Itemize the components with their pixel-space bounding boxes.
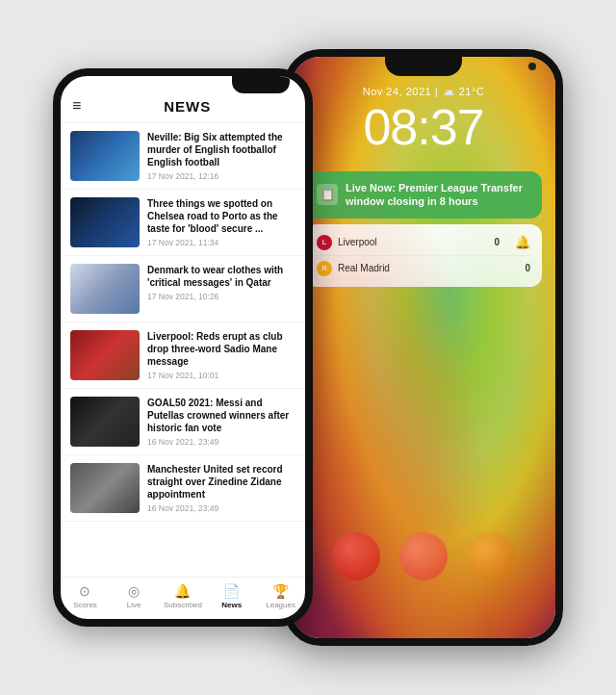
article-headline: Liverpool: Reds erupt as club drop three… [147,330,295,368]
article-date: 17 Nov 2021, 10:01 [147,371,295,380]
team2-score: 0 [525,263,530,273]
team2-row: R Real Madrid 0 [317,258,530,279]
article-headline: Three things we spotted on Chelsea road … [147,197,295,235]
article-content: Denmark to wear clothes with 'critical m… [147,264,295,301]
article-thumbnail [70,397,140,447]
article-item[interactable]: Liverpool: Reds erupt as club drop three… [61,322,305,389]
article-date: 17 Nov 2021, 10:26 [147,292,295,301]
notch-left [232,76,290,93]
article-content: GOAL50 2021: Messi and Putellas crowned … [147,397,295,447]
article-content: Three things we spotted on Chelsea road … [147,197,295,247]
article-date: 16 Nov 2021, 23:49 [147,503,295,513]
bell-icon[interactable]: 🔔 [515,235,530,249]
live-notification-text: Live Now: Premier League Transfer window… [346,181,530,209]
leagues-nav-label: Leagues [266,601,295,609]
liverpool-badge: L [317,235,332,250]
subscribed-nav-icon: 🔔 [174,583,191,599]
scores-nav-label: Scores [73,601,97,609]
article-thumbnail [70,264,140,314]
article-list: Neville: Big Six attempted the murder of… [61,123,305,577]
notch-right [385,57,462,76]
article-headline: GOAL50 2021: Messi and Putellas crowned … [147,397,295,434]
article-content: Neville: Big Six attempted the murder of… [147,131,295,181]
notification-area: 📋 Live Now: Premier League Transfer wind… [292,162,555,287]
article-thumbnail [70,197,140,247]
article-date: 17 Nov 2021, 12:16 [147,171,295,181]
article-item[interactable]: Three things we spotted on Chelsea road … [61,190,305,256]
team1-row: L Liverpool 0 🔔 [317,232,530,253]
live-notification[interactable]: 📋 Live Now: Premier League Transfer wind… [305,171,542,219]
team1-score: 0 [494,237,500,247]
article-date: 16 Nov 2021, 23:49 [147,437,295,447]
camera-icon [528,63,536,70]
hamburger-icon[interactable]: ≡ [72,97,81,115]
team1: L Liverpool [317,235,377,250]
article-headline: Manchester United set record straight ov… [147,463,295,501]
article-content: Liverpool: Reds erupt as club drop three… [147,330,295,380]
article-date: 17 Nov 2021, 11:34 [147,238,295,247]
realmadrid-badge: R [317,261,332,276]
live-nav-label: Live [127,601,141,609]
lock-time: 08:37 [311,102,536,152]
live-nav-icon: ◎ [128,583,140,599]
bottom-nav: ⊙ Scores ◎ Live 🔔 Subscribed 📄 News 🏆 Le… [61,577,305,619]
article-item[interactable]: Denmark to wear clothes with 'critical m… [61,256,305,322]
team1-name: Liverpool [338,237,377,247]
document-icon: 📋 [317,184,338,205]
article-headline: Neville: Big Six attempted the murder of… [147,131,295,168]
team2: R Real Madrid [317,261,390,276]
news-nav-label: News [221,601,242,609]
scores-nav-icon: ⊙ [79,583,90,599]
article-item[interactable]: Manchester United set record straight ov… [61,455,305,522]
nav-item-leagues[interactable]: 🏆 Leagues [256,583,305,609]
left-phone: ≡ NEWS Neville: Big Six attempted the mu… [53,68,313,627]
team2-name: Real Madrid [338,263,390,273]
article-thumbnail [70,330,140,380]
leagues-nav-icon: 🏆 [272,583,289,599]
article-content: Manchester United set record straight ov… [147,463,295,513]
nav-item-live[interactable]: ◎ Live [110,583,159,609]
orb-1 [332,532,380,580]
article-item[interactable]: Neville: Big Six attempted the murder of… [61,123,305,190]
news-title: NEWS [81,98,294,115]
nav-item-news[interactable]: 📄 News [207,583,256,609]
right-phone: Nov 24, 2021 | ⛅ 21°C 08:37 📋 Live Now: … [284,49,563,646]
article-thumbnail [70,131,140,181]
lock-date: Nov 24, 2021 | ⛅ 21°C [311,86,536,98]
nav-item-scores[interactable]: ⊙ Scores [61,583,110,609]
match-score-card[interactable]: L Liverpool 0 🔔 R Real Madrid 0 [305,224,542,287]
subscribed-nav-label: Subscribed [164,601,202,609]
lock-orbs [292,532,555,580]
article-headline: Denmark to wear clothes with 'critical m… [147,264,295,289]
news-nav-icon: 📄 [223,583,240,599]
article-thumbnail [70,463,140,513]
orb-2 [399,532,448,580]
orb-3 [467,532,515,580]
article-item[interactable]: GOAL50 2021: Messi and Putellas crowned … [61,389,305,455]
nav-item-subscribed[interactable]: 🔔 Subscribed [159,583,208,609]
